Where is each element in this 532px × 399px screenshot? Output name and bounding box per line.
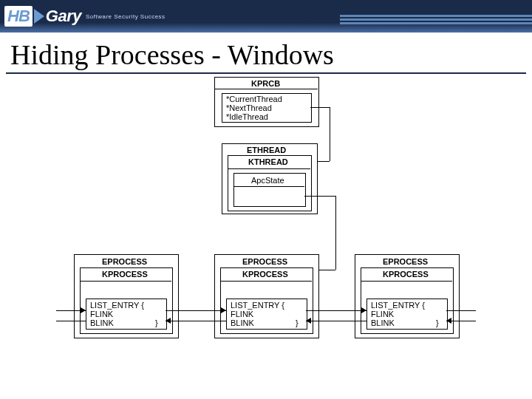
link0-arrR-icon [81, 307, 86, 313]
kprcb-field-0: *CurrentThread [226, 95, 282, 103]
kprocess-sep-1 [80, 281, 171, 282]
link4-arrL-icon [446, 318, 451, 324]
flink-3: FLINK [371, 310, 394, 318]
logo-arrow-icon [34, 9, 44, 24]
close-1: } [155, 318, 158, 327]
eprocess-title-2: EPROCESS [242, 257, 287, 266]
header-stripes [340, 15, 532, 26]
kprocess-sep-3 [361, 281, 452, 282]
flink-1: FLINK [90, 310, 113, 318]
kprocess-title-3: KPROCESS [383, 270, 429, 279]
link4-top [446, 310, 476, 311]
kprocess-sep-2 [220, 281, 312, 282]
kprcb-title: KPRCB [251, 79, 280, 88]
eprocess-title-3: EPROCESS [383, 257, 428, 266]
kprocess-title-1: KPROCESS [102, 270, 148, 279]
link12-arrR-icon [221, 307, 226, 313]
logo-tagline: Software Security Success [86, 13, 166, 20]
conn-kprcb-h [310, 107, 330, 108]
blink-3: BLINK [371, 318, 395, 327]
link23-top [306, 310, 366, 311]
close-3: } [436, 318, 439, 327]
kthread-sep [228, 168, 310, 169]
listentry-open-1: LIST_ENTRY { [90, 301, 144, 310]
slide-header: HB Gary Software Security Success [0, 0, 532, 33]
link12-bot [166, 321, 226, 321]
close-2: } [296, 318, 299, 327]
kprcb-sep [214, 89, 318, 89]
slide-title: Hiding Processes - Windows [10, 38, 532, 71]
logo-gary: Gary [46, 7, 81, 26]
eprocess-title-1: EPROCESS [102, 257, 147, 266]
flink-2: FLINK [231, 310, 253, 318]
kthread-title: KTHREAD [248, 157, 288, 166]
link23-bot [306, 321, 366, 321]
link23-arrL-icon [306, 318, 311, 324]
link12-top [166, 310, 226, 311]
kprocess-title-2: KPROCESS [242, 270, 288, 279]
kprcb-field-1: *NextThread [226, 103, 272, 112]
listentry-open-3: LIST_ENTRY { [371, 301, 425, 310]
ethread-title: ETHREAD [247, 146, 286, 154]
listentry-open-2: LIST_ENTRY { [231, 301, 284, 310]
link12-arrL-icon [166, 318, 171, 324]
conn-apc-h [304, 196, 335, 197]
logo-hb: HB [4, 6, 33, 27]
blink-1: BLINK [90, 318, 114, 327]
link0-bot [56, 321, 86, 321]
blink-2: BLINK [231, 318, 254, 327]
apcstate-sep [233, 186, 304, 187]
diagram-canvas: KPRCB *CurrentThread *NextThread *IdleTh… [0, 74, 532, 399]
kprcb-field-2: *IdleThread [226, 112, 268, 121]
link23-arrR-icon [361, 307, 366, 313]
logo: HB Gary Software Security Success [4, 6, 166, 27]
conn-kprcb-v [330, 107, 330, 161]
conn-apc-v [335, 196, 336, 270]
apcstate-label: ApcState [251, 176, 284, 185]
